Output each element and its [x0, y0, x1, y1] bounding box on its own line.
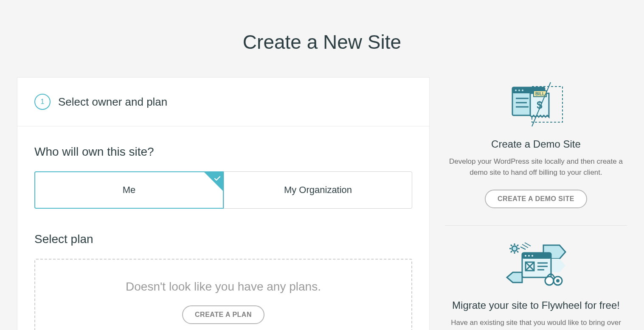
- migrate-description: Have an existing site that you would lik…: [445, 317, 627, 328]
- create-plan-button[interactable]: CREATE A PLAN: [182, 305, 264, 324]
- demo-site-title: Create a Demo Site: [445, 138, 627, 150]
- create-demo-site-button[interactable]: CREATE A DEMO SITE: [485, 190, 587, 208]
- owner-option-label: My Organization: [284, 185, 352, 196]
- svg-line-38: [525, 243, 531, 246]
- create-site-card: 1 Select owner and plan Who will own thi…: [17, 77, 430, 330]
- bill-illustration-icon: BILL $: [445, 80, 627, 131]
- migrate-illustration-icon: [445, 241, 627, 292]
- demo-site-promo: BILL $ Create a Demo Site Develop your W…: [445, 80, 627, 226]
- step-number-badge: 1: [34, 94, 51, 110]
- plan-empty-state: Doesn't look like you have any plans. CR…: [34, 259, 412, 330]
- sidebar: BILL $ Create a Demo Site Develop your W…: [445, 77, 627, 330]
- svg-line-37: [522, 244, 528, 248]
- step-header: 1 Select owner and plan: [17, 78, 429, 126]
- svg-point-27: [512, 246, 517, 251]
- page-title: Create a New Site: [0, 0, 644, 77]
- svg-line-32: [511, 245, 512, 246]
- svg-point-3: [515, 89, 517, 91]
- owner-options: Me My Organization: [34, 171, 412, 209]
- check-icon: [214, 174, 221, 185]
- step-title: Select owner and plan: [58, 95, 167, 109]
- svg-point-4: [518, 89, 520, 91]
- svg-point-17: [532, 255, 533, 257]
- owner-option-organization[interactable]: My Organization: [224, 171, 412, 209]
- svg-point-24: [545, 277, 554, 285]
- svg-line-33: [517, 251, 518, 252]
- svg-point-5: [522, 89, 523, 91]
- migrate-site-promo: Migrate your site to Flywheel for free! …: [445, 241, 627, 328]
- demo-site-description: Develop your WordPress site locally and …: [445, 156, 627, 178]
- svg-line-34: [511, 251, 512, 252]
- plan-empty-text: Doesn't look like you have any plans.: [44, 280, 403, 294]
- svg-point-15: [525, 255, 526, 257]
- svg-point-16: [528, 255, 530, 257]
- svg-rect-14: [522, 253, 551, 259]
- svg-text:BILL: BILL: [535, 92, 544, 96]
- svg-line-35: [517, 245, 518, 246]
- plan-heading: Select plan: [34, 232, 412, 246]
- owner-option-label: Me: [123, 185, 136, 196]
- svg-line-36: [520, 247, 526, 249]
- owner-option-me[interactable]: Me: [34, 171, 224, 209]
- owner-heading: Who will own this site?: [34, 145, 412, 159]
- svg-point-26: [556, 279, 560, 282]
- migrate-title: Migrate your site to Flywheel for free!: [445, 299, 627, 311]
